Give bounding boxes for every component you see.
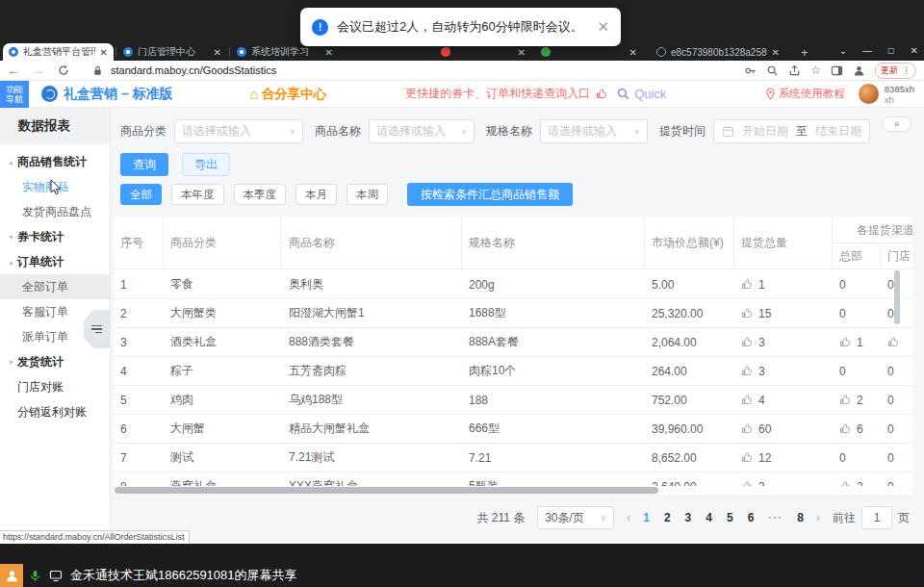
- date-start-placeholder[interactable]: 开始日期: [742, 123, 788, 140]
- product-name-select[interactable]: 请选择或输入 ∨: [369, 119, 475, 143]
- reload-icon[interactable]: [58, 64, 69, 76]
- page-button-5[interactable]: 5: [727, 511, 733, 524]
- range-tab-本月[interactable]: 本月: [295, 184, 337, 205]
- user-info: 8385xh xh: [885, 84, 914, 105]
- filter-spec-label: 规格名称: [486, 123, 532, 140]
- browser-tab[interactable]: e8c573980b1328a258fd2e6f8✕: [651, 43, 785, 61]
- range-tab-本周[interactable]: 本周: [346, 184, 388, 205]
- new-tab-button[interactable]: +: [795, 43, 814, 61]
- date-end-placeholder[interactable]: 结束日期: [815, 123, 861, 140]
- next-page-button[interactable]: ›: [816, 511, 820, 524]
- range-tab-本季度[interactable]: 本季度: [234, 184, 287, 205]
- category-select[interactable]: 请选择或输入 ∨: [174, 119, 303, 143]
- table-vertical-scrollbar[interactable]: [894, 270, 900, 486]
- sidebar-item-全部订单[interactable]: 全部订单: [0, 274, 110, 299]
- sidebar-item-分销返利对账[interactable]: 分销返利对账: [0, 399, 110, 424]
- sidebar-item-订单统计[interactable]: ▲订单统计: [0, 249, 110, 274]
- prev-page-button[interactable]: ‹: [627, 511, 630, 524]
- zoom-icon[interactable]: [766, 64, 779, 77]
- sidebar-item-发货商品盘点[interactable]: 发货商品盘点: [0, 199, 110, 224]
- back-icon[interactable]: ←: [8, 64, 19, 77]
- tree-arrow-icon: ▲: [5, 259, 17, 266]
- table-cell: 乌鸡188型: [282, 386, 462, 414]
- sidebar-item-label: 门店对账: [17, 379, 64, 396]
- goto-page: 前往 页: [833, 506, 910, 529]
- range-tab-本年度[interactable]: 本年度: [171, 184, 224, 205]
- sidebar-item-商品销售统计[interactable]: ▲商品销售统计: [0, 149, 110, 174]
- quick-search-link[interactable]: Quick: [616, 87, 666, 101]
- tab-close-icon[interactable]: ✕: [518, 47, 526, 58]
- table-cell: 5: [114, 386, 164, 414]
- screen-share-icon[interactable]: [49, 569, 63, 582]
- query-button[interactable]: 查询: [120, 153, 168, 176]
- browser-tab[interactable]: 礼盒营销平台管理中心✕: [3, 43, 114, 61]
- page-button-8[interactable]: 8: [797, 511, 804, 524]
- date-range-input[interactable]: 开始日期 至 结束日期: [713, 119, 870, 143]
- page-button-2[interactable]: 2: [664, 511, 671, 524]
- table-cell: 奥利奥: [282, 270, 462, 298]
- send-icon[interactable]: [788, 64, 801, 77]
- page-button-3[interactable]: 3: [685, 511, 692, 524]
- export-button[interactable]: 导出: [182, 153, 230, 176]
- table-cell-pickup_total: 15: [734, 299, 833, 327]
- bookmark-star-icon[interactable]: ☆: [810, 64, 821, 77]
- user-avatar[interactable]: [859, 84, 879, 104]
- toast-close-icon[interactable]: ✕: [597, 18, 609, 36]
- padlock-icon[interactable]: [92, 65, 103, 76]
- sidebar-item-label: 发货商品盘点: [22, 204, 91, 220]
- share-center-link[interactable]: ⌂ 合分享中心: [250, 86, 327, 103]
- tab-search-chevron-icon[interactable]: ⌄: [839, 42, 847, 60]
- page-size-select[interactable]: 30条/页 ∨: [537, 506, 614, 529]
- update-button[interactable]: 更新 ⋮: [875, 63, 916, 79]
- profile-icon[interactable]: [853, 64, 865, 77]
- goto-page-input[interactable]: [861, 506, 892, 529]
- col-header-no: 序号: [114, 217, 164, 268]
- sidebar-item-门店对账[interactable]: 门店对账: [0, 374, 110, 399]
- sidebar-item-发货统计[interactable]: ▼发货统计: [0, 349, 110, 374]
- tab-close-icon[interactable]: ✕: [629, 47, 637, 58]
- key-icon[interactable]: [744, 64, 757, 77]
- tab-title: 门店管理中心: [138, 45, 209, 59]
- summary-button[interactable]: 按检索条件汇总商品销售额: [407, 183, 573, 206]
- table-row: 6大闸蟹精品大闸蟹礼盒666型39,960.006060: [114, 415, 912, 444]
- table-cell: 7.21测试: [282, 444, 462, 472]
- table-row: 7测试7.21测试7.218,652.001200: [114, 444, 912, 472]
- page-button-4[interactable]: 4: [706, 511, 712, 524]
- expand-filters-button[interactable]: »: [882, 116, 911, 132]
- sidebar: 数据报表 ▲商品销售统计实物商品发货商品盘点▼券卡统计▲订单统计全部订单客服订单…: [0, 108, 111, 544]
- page-button-6[interactable]: 6: [748, 511, 755, 524]
- table-row: 3酒类礼盒888酒类套餐888A套餐2,064.0031: [114, 328, 912, 357]
- browser-tab[interactable]: 门店管理中心✕: [117, 43, 227, 61]
- forward-icon[interactable]: →: [33, 64, 44, 77]
- col-group-channels: 各提货渠道 总部 门店: [833, 217, 912, 268]
- nav-toggle-button[interactable]: 功能 导航: [0, 81, 29, 108]
- col-header-store: 门店: [881, 243, 912, 268]
- window-maximize-button[interactable]: ▢: [887, 42, 895, 60]
- table-cell-hq: 0: [833, 270, 881, 298]
- table-horizontal-scrollbar[interactable]: [114, 486, 912, 495]
- col-header-market-total: 市场价总额(¥): [645, 217, 734, 268]
- window-minimize-button[interactable]: —: [862, 42, 872, 60]
- cell-value: 0: [887, 278, 894, 292]
- app-header: 功能 导航 礼盒营销 – 标准版 ⌂ 合分享中心 更快捷的券卡、订单和快递查询入…: [0, 81, 924, 108]
- window-close-button[interactable]: ✕: [911, 42, 918, 60]
- table-cell-hq: 0: [833, 299, 881, 327]
- tab-close-icon[interactable]: ✕: [214, 47, 221, 58]
- url-text[interactable]: standard.maboy.cn/GoodsStatistics: [111, 64, 276, 76]
- spec-select[interactable]: 请选择或输入 ∨: [540, 119, 648, 143]
- page-button-1[interactable]: 1: [643, 511, 650, 524]
- tab-close-icon[interactable]: ✕: [772, 47, 780, 58]
- side-panel-icon[interactable]: [831, 64, 843, 77]
- tutorial-link[interactable]: 系统使用教程: [765, 87, 845, 101]
- filter-category-label: 商品分类: [120, 123, 167, 140]
- sidebar-item-券卡统计[interactable]: ▼券卡统计: [0, 224, 110, 249]
- cell-value: 0: [887, 365, 894, 378]
- range-tab-全部[interactable]: 全部: [120, 184, 162, 205]
- tab-close-icon[interactable]: ✕: [100, 47, 108, 58]
- table-cell: 666型: [462, 415, 645, 443]
- total-count: 共 211 条: [476, 510, 525, 526]
- menu-dots-icon[interactable]: ⋮: [902, 65, 911, 75]
- microphone-icon[interactable]: [29, 570, 41, 582]
- participant-icon[interactable]: [0, 564, 23, 587]
- tab-close-icon[interactable]: ✕: [325, 47, 333, 58]
